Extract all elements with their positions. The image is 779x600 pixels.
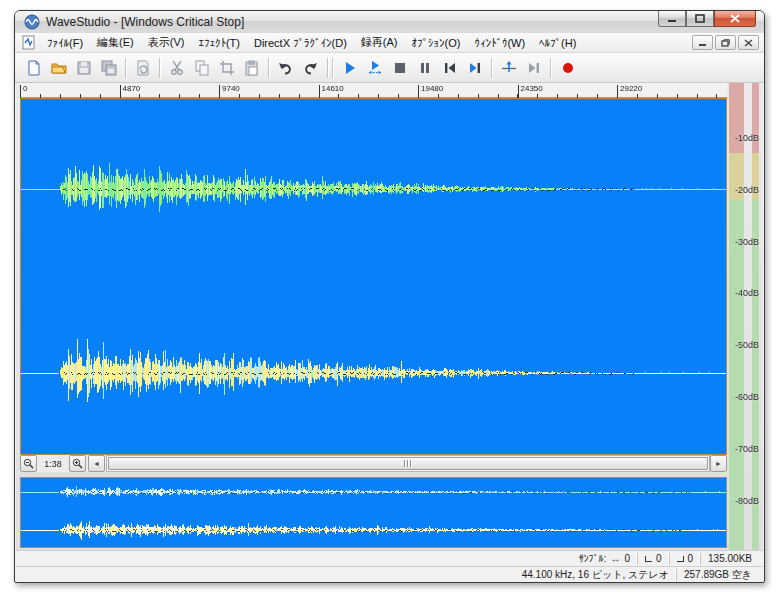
waveform-panel[interactable]	[20, 98, 727, 455]
menu-edit[interactable]: 編集(E)	[90, 32, 141, 53]
undo-icon	[277, 60, 294, 76]
sample-label: ｻﾝﾌﾟﾙ:	[579, 553, 607, 564]
save-icon	[76, 60, 92, 76]
scrollbar-grip-icon	[404, 460, 413, 467]
toolbar	[15, 53, 764, 83]
record-button[interactable]	[555, 56, 580, 80]
cut-button[interactable]	[164, 56, 189, 80]
minimize-button[interactable]	[658, 11, 686, 27]
menu-record-play[interactable]: 録再(A)	[354, 32, 405, 53]
scroll-right-button[interactable]: ►	[710, 455, 727, 472]
undo-button[interactable]	[273, 56, 298, 80]
app-window: WaveStudio - [Windows Critical Stop] ﾌｧｲ…	[14, 10, 765, 583]
pause-button[interactable]	[412, 56, 437, 80]
go-to-start-button[interactable]	[437, 56, 462, 80]
selection-length-icon: ↔	[610, 554, 620, 564]
new-file-button[interactable]	[21, 56, 46, 80]
play-button[interactable]	[337, 56, 362, 80]
toolbar-separator	[491, 58, 492, 78]
menu-options[interactable]: ｵﾌﾟｼｮﾝ(O)	[405, 34, 468, 52]
paste-button[interactable]	[239, 56, 264, 80]
drop-marker-icon	[501, 60, 517, 76]
open-file-button[interactable]	[46, 56, 71, 80]
toolbar-separator	[550, 58, 551, 78]
horizontal-scroll-row: 1:38 ◄ ►	[20, 455, 727, 472]
ruler-label: 14610	[322, 84, 344, 93]
selection-start-icon	[645, 556, 652, 562]
revert-file-button[interactable]	[130, 56, 155, 80]
db-label: -40dB	[727, 288, 767, 298]
play-from-cursor-button[interactable]	[362, 56, 387, 80]
file-size-value: 135.00KB	[708, 553, 752, 564]
toolbar-separator	[125, 58, 126, 78]
file-size-cell: 135.00KB	[700, 553, 759, 565]
status-bar-selection: ｻﾝﾌﾟﾙ: ↔ 0 0 0 135.00KB	[16, 550, 763, 566]
copy-icon	[194, 60, 210, 76]
scroll-left-button[interactable]: ◄	[88, 455, 105, 472]
selection-end-value: 0	[688, 553, 694, 564]
selection-end-icon	[677, 556, 684, 562]
scroll-right-icon: ►	[715, 460, 722, 467]
paste-icon	[244, 60, 260, 76]
stop-icon	[394, 62, 406, 74]
scrollbar-thumb[interactable]	[108, 457, 708, 470]
go-to-start-icon	[443, 62, 457, 74]
go-to-end-button[interactable]	[462, 56, 487, 80]
drop-marker-button[interactable]	[496, 56, 521, 80]
menu-effects[interactable]: ｴﾌｪｸﾄ(T)	[191, 34, 247, 52]
window-title: WaveStudio - [Windows Critical Stop]	[46, 15, 244, 29]
menu-file[interactable]: ﾌｧｲﾙ(F)	[40, 34, 90, 52]
save-all-button[interactable]	[96, 56, 121, 80]
redo-icon	[302, 60, 319, 76]
close-button[interactable]	[714, 11, 756, 27]
mdi-restore-button[interactable]	[715, 35, 736, 50]
cut-icon	[169, 60, 185, 76]
mdi-close-button[interactable]	[738, 35, 759, 50]
open-folder-icon	[51, 60, 67, 76]
selection-length-value: 0	[624, 553, 630, 564]
db-label: -50dB	[727, 340, 767, 350]
mdi-minimize-icon	[698, 39, 707, 47]
zoom-out-button[interactable]	[20, 455, 37, 472]
go-to-end-icon	[468, 62, 482, 74]
menu-view[interactable]: 表示(V)	[141, 32, 192, 53]
trim-button[interactable]	[214, 56, 239, 80]
zoom-in-button[interactable]	[69, 455, 86, 472]
zoom-out-icon	[23, 458, 34, 469]
save-file-button[interactable]	[71, 56, 96, 80]
menu-window[interactable]: ｳｨﾝﾄﾞｳ(W)	[467, 34, 532, 52]
maximize-button[interactable]	[686, 11, 714, 27]
copy-button[interactable]	[189, 56, 214, 80]
maximize-icon	[695, 14, 705, 23]
scrollbar-track[interactable]	[106, 455, 710, 472]
mdi-minimize-button[interactable]	[692, 35, 713, 50]
overview-waveform[interactable]	[21, 478, 726, 547]
selection-start-cell: 0	[637, 553, 669, 565]
disk-free-value: 257.89GB 空き	[684, 568, 752, 582]
pause-icon	[419, 62, 431, 74]
menu-directx-plugin[interactable]: DirectX ﾌﾟﾗｸﾞｲﾝ(D)	[247, 34, 354, 52]
scroll-left-icon: ◄	[93, 460, 100, 467]
db-label: -20dB	[727, 185, 767, 195]
minimize-icon	[667, 14, 677, 23]
db-label: -10dB	[727, 133, 767, 143]
waveform-display[interactable]	[21, 99, 726, 454]
db-label: -60dB	[727, 392, 767, 402]
overview-panel[interactable]	[20, 477, 727, 548]
menu-help[interactable]: ﾍﾙﾌﾟ(H)	[532, 34, 583, 52]
next-marker-icon	[527, 62, 541, 74]
ruler-label: 24350	[521, 84, 543, 93]
sample-ruler[interactable]: 0 4870 9740 14610 19480 24350 29220	[20, 83, 727, 98]
title-bar[interactable]: WaveStudio - [Windows Critical Stop]	[15, 11, 764, 33]
next-marker-button[interactable]	[521, 56, 546, 80]
toolbar-separator	[327, 58, 328, 78]
selection-end-cell: 0	[669, 553, 701, 565]
ruler-label: 4870	[123, 84, 141, 93]
mdi-restore-icon	[721, 39, 730, 47]
document-icon	[21, 35, 36, 50]
redo-button[interactable]	[298, 56, 323, 80]
format-cell: 44.100 kHz, 16 ビット, ステレオ	[515, 569, 676, 581]
save-all-icon	[101, 60, 117, 76]
sample-cell: ｻﾝﾌﾟﾙ: ↔ 0	[572, 553, 637, 565]
stop-button[interactable]	[387, 56, 412, 80]
